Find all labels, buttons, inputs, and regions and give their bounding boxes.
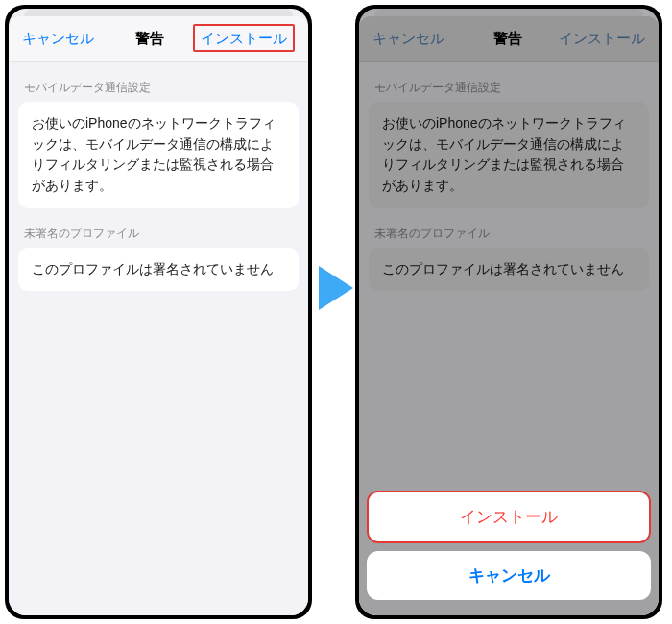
cellular-warning-card: お使いのiPhoneのネットワークトラフィックは、モバイルデータ通信の構成により…	[18, 102, 299, 208]
navbar: キャンセル 警告 インストール	[9, 16, 308, 62]
section-header-unsigned: 未署名のプロファイル	[9, 208, 308, 248]
screen-right: キャンセル 警告 インストール モバイルデータ通信設定 お使いのiPhoneのネ…	[359, 9, 659, 615]
actionsheet-install-group: インストール	[367, 491, 651, 543]
phone-left: キャンセル 警告 インストール モバイルデータ通信設定 お使いのiPhoneのネ…	[5, 5, 312, 619]
unsigned-profile-card: このプロファイルは署名されていません	[18, 248, 299, 292]
svg-marker-0	[319, 266, 353, 310]
actionsheet-install-button[interactable]: インストール	[369, 492, 649, 541]
screen-left: キャンセル 警告 インストール モバイルデータ通信設定 お使いのiPhoneのネ…	[9, 9, 308, 615]
install-button-highlight: インストール	[193, 24, 295, 52]
action-sheet: インストール キャンセル	[367, 491, 651, 608]
section-header-cellular: モバイルデータ通信設定	[9, 62, 308, 102]
phone-right: キャンセル 警告 インストール モバイルデータ通信設定 お使いのiPhoneのネ…	[355, 5, 662, 619]
actionsheet-cancel-button[interactable]: キャンセル	[367, 551, 651, 600]
card-stack-hint	[24, 9, 293, 16]
cancel-button[interactable]: キャンセル	[22, 30, 107, 48]
actionsheet-cancel-group: キャンセル	[367, 551, 651, 600]
page-title: 警告	[135, 30, 164, 48]
install-button[interactable]: インストール	[193, 30, 295, 48]
warning-sheet: キャンセル 警告 インストール モバイルデータ通信設定 お使いのiPhoneのネ…	[9, 16, 308, 615]
arrow-icon	[317, 264, 355, 312]
